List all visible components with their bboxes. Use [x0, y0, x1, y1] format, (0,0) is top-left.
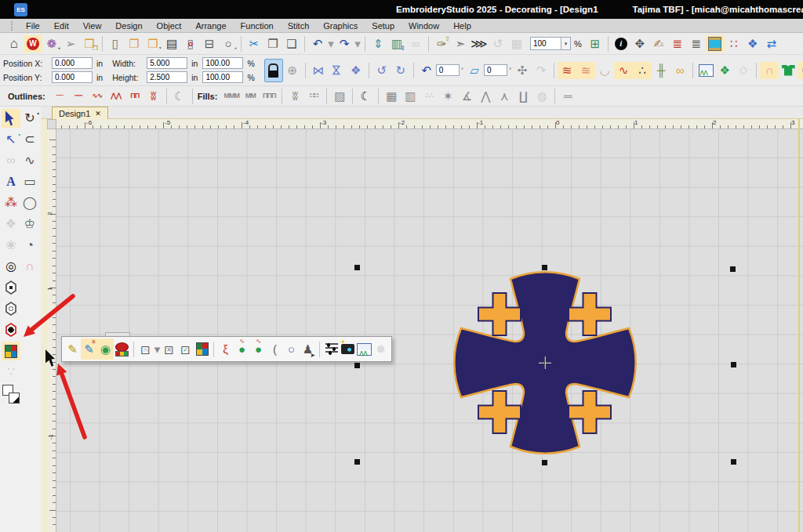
fast-redraw-icon[interactable]: ⋙: [470, 35, 489, 52]
menu-window[interactable]: Window: [402, 21, 446, 31]
open-design-icon[interactable]: ❒: [125, 35, 144, 52]
lace-effect-icon[interactable]: ❅: [372, 338, 389, 360]
digitizer-assistant-icon[interactable]: ♟➤: [300, 338, 316, 360]
program-split-fill-icon[interactable]: ʬ: [285, 89, 304, 104]
insert-artwork-icon[interactable]: ▥⇕: [387, 35, 406, 52]
app-icon[interactable]: ES: [14, 3, 27, 16]
reshape-tool[interactable]: ↻•: [20, 109, 39, 128]
concentric-circles-tool[interactable]: ◎: [2, 257, 20, 276]
bracket-fill-icon[interactable]: ∐: [514, 89, 532, 104]
mirror-merge-icon[interactable]: ❖: [347, 62, 365, 79]
open-curve-tool[interactable]: ⊂: [20, 130, 39, 149]
tatami-fill-icon[interactable]: ΠΠΠ: [260, 89, 278, 104]
open-recent-icon[interactable]: ❒◔: [144, 35, 162, 52]
yarn-thread-tool[interactable]: ◉: [97, 338, 114, 360]
menu-stitch[interactable]: Stitch: [281, 21, 317, 31]
team-names-globe-icon[interactable]: ✪: [798, 62, 803, 79]
menu-file[interactable]: File: [19, 21, 47, 31]
sculpture-run-icon[interactable]: ∿∿: [88, 89, 107, 104]
stitch-apple-icon[interactable]: ●∿: [234, 338, 250, 360]
menu-object[interactable]: Object: [150, 21, 189, 31]
triple-run-icon[interactable]: ┅┅: [69, 89, 88, 104]
monogramming-tool[interactable]: ⁂: [2, 194, 20, 212]
circle-arc-tool[interactable]: ◔: [20, 236, 39, 255]
vector-shapes-icon[interactable]: ❖: [715, 62, 734, 79]
redo-menu-arrow[interactable]: ▾: [354, 35, 362, 52]
flower-pattern-tool[interactable]: ❀: [2, 236, 20, 255]
selection-handle[interactable]: [354, 363, 360, 368]
stitch-player-icon[interactable]: ✑⇧: [432, 35, 451, 52]
print-preview-icon[interactable]: ○▪: [219, 35, 238, 52]
star-ring-tool[interactable]: ♔: [20, 215, 39, 233]
object-dome-icon[interactable]: ◻∩: [137, 338, 154, 360]
applique-arc-tool[interactable]: ∩: [20, 257, 39, 276]
selection-handle[interactable]: [731, 362, 736, 367]
satin-stitch-icon[interactable]: ≋: [558, 62, 576, 79]
select-object-tool[interactable]: [2, 109, 20, 128]
contour-fill-icon[interactable]: ☾: [356, 89, 375, 104]
design-library-icon[interactable]: ❒❒: [80, 35, 99, 52]
height-percent-input[interactable]: [202, 71, 243, 83]
order-job-icon[interactable]: ✍: [649, 35, 668, 52]
outline-moon-icon[interactable]: ☾: [170, 89, 189, 104]
export-design-icon[interactable]: ▯✿: [181, 35, 200, 52]
apple-outline-icon[interactable]: ○: [283, 338, 300, 360]
new-design-icon[interactable]: ▯: [106, 35, 125, 52]
tab-close-icon[interactable]: ✕: [95, 110, 101, 118]
color-sequence-icon[interactable]: [194, 338, 210, 360]
slow-redraw-icon[interactable]: ↺: [489, 35, 507, 52]
menu-arrange[interactable]: Arrange: [188, 21, 233, 31]
run-stitch-icon[interactable]: ╌╌: [50, 89, 69, 104]
aspect-lock-icon[interactable]: [264, 59, 283, 82]
zoom-dropdown-arrow[interactable]: ▾: [561, 37, 571, 50]
machine-format-icon[interactable]: ✥: [630, 35, 649, 52]
color-bar-icon[interactable]: ≣: [687, 35, 706, 52]
lettering-tool[interactable]: A: [2, 172, 20, 191]
wilcom-whats-next-icon[interactable]: W: [24, 35, 42, 52]
width-input[interactable]: [147, 57, 187, 69]
stitch-apple-alt-icon[interactable]: ●∿: [250, 338, 267, 360]
tab-design1[interactable]: Design1 ✕: [52, 107, 108, 119]
thread-colors-icon[interactable]: ≣: [668, 35, 687, 52]
selection-handle[interactable]: [354, 459, 360, 465]
fish-motif-icon[interactable]: ∞: [670, 62, 689, 79]
radial-fill-icon[interactable]: ∡: [457, 89, 476, 104]
background-picture-icon[interactable]: [356, 338, 372, 360]
reference-point-icon[interactable]: ⊕: [283, 62, 302, 79]
hexagon-filled-tool[interactable]: [2, 320, 20, 339]
menu-view[interactable]: View: [76, 21, 109, 31]
skew-angle-input[interactable]: [484, 64, 507, 76]
satin-fill-icon[interactable]: MMM: [222, 89, 241, 104]
product-visualizer-icon[interactable]: [779, 62, 798, 79]
stipple-fill-icon[interactable]: ∴∴: [420, 89, 438, 104]
rotate-selection-icon[interactable]: ↶: [417, 62, 436, 79]
paste-icon[interactable]: ❑: [282, 35, 301, 52]
color-object-list-tool[interactable]: [2, 342, 20, 360]
curve-segment-icon[interactable]: (: [267, 338, 283, 360]
loose-satin-icon[interactable]: ≋: [576, 62, 595, 79]
overlap-objects-tool[interactable]: ∞: [2, 151, 20, 170]
rectangle-tool[interactable]: ▭: [20, 172, 39, 191]
selection-handle[interactable]: [542, 265, 547, 270]
chevron-fill-icon[interactable]: ⋀: [476, 89, 495, 104]
double-chevron-fill-icon[interactable]: ⋏: [495, 89, 514, 104]
object-remove-icon[interactable]: ◻✕: [161, 338, 177, 360]
menu-design[interactable]: Design: [108, 21, 149, 31]
rotate-ccw-icon[interactable]: ↺: [372, 62, 391, 79]
e-stitch-outline-icon[interactable]: ʬ: [144, 89, 163, 104]
mirror-vertical-icon[interactable]: ⋈: [328, 62, 347, 79]
rotate-10-icon[interactable]: ✣: [513, 62, 532, 79]
satin-raised-fill-icon[interactable]: MM: [241, 89, 260, 104]
cross-stitch-fill-icon[interactable]: ▨: [330, 89, 349, 104]
color-swatches[interactable]: [2, 384, 20, 404]
insert-design-icon[interactable]: ⇕: [369, 35, 387, 52]
star-shape-icon[interactable]: ✩: [734, 62, 753, 79]
rotate-copy-icon[interactable]: ↷: [532, 62, 550, 79]
selection-handle[interactable]: [542, 460, 547, 465]
ripple-fill-icon[interactable]: ▥: [401, 89, 420, 104]
copy-icon[interactable]: ❐: [263, 35, 282, 52]
square-wave-outline-icon[interactable]: ΠΠ: [125, 89, 144, 104]
machine-queue-icon[interactable]: ▦: [507, 35, 526, 52]
thread-palette-icon[interactable]: [114, 338, 130, 360]
star-fill-icon[interactable]: ✶: [438, 89, 457, 104]
